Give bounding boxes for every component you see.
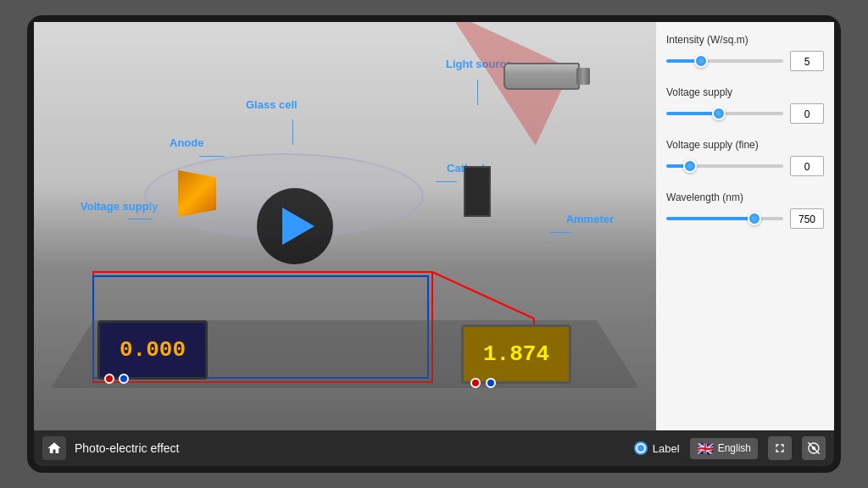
voltage-fine-slider[interactable] (666, 158, 783, 175)
connector-red-ammeter (104, 374, 114, 384)
intensity-label: Intensity (W/sq.m) (666, 34, 824, 46)
ammeter-value: 0.000 (120, 337, 186, 363)
voltage-fine-slider-row: 0 (666, 156, 824, 176)
intensity-value[interactable]: 5 (790, 51, 824, 71)
voltage-supply-slider[interactable] (666, 105, 783, 122)
settings-button[interactable] (802, 436, 826, 460)
settings-icon (807, 441, 821, 455)
app-frame: Light source Glass cell Anode Cathode Vo… (27, 15, 841, 473)
svg-line-2 (432, 272, 534, 319)
voltage-fine-label: Voltage supply (fine) (666, 139, 824, 151)
fullscreen-button[interactable] (768, 436, 792, 460)
glass-cell-label: Glass cell (246, 98, 298, 111)
control-panel: Intensity (W/sq.m) 5 Voltage supply (656, 22, 834, 430)
voltage-fine-value[interactable]: 0 (790, 156, 824, 176)
play-button[interactable] (257, 188, 333, 264)
language-button[interactable]: 🇬🇧 English (690, 438, 758, 459)
label-toggle[interactable]: Label (634, 441, 680, 455)
bottom-bar: Photo-electric effect Label 🇬🇧 English (34, 430, 834, 466)
voltage-supply-value[interactable]: 0 (790, 103, 824, 124)
anode-label: Anode (170, 136, 203, 149)
cathode-line (436, 181, 457, 182)
ammeter-line (550, 232, 571, 233)
anode-line (199, 156, 225, 157)
wavelength-slider[interactable] (666, 210, 783, 227)
wavelength-control: Wavelength (nm) 750 (666, 191, 824, 229)
label-toggle-text: Label (653, 442, 680, 455)
label-radio-inner (637, 445, 644, 452)
voltage-device: 1.874 (461, 324, 571, 384)
fullscreen-icon (773, 441, 787, 455)
label-radio[interactable] (634, 441, 648, 455)
wavelength-label: Wavelength (nm) (666, 191, 824, 203)
language-text: English (718, 442, 751, 454)
ammeter-device: 0.000 (97, 320, 208, 380)
anode (178, 170, 216, 217)
light-source-tip (576, 68, 590, 85)
wavelength-slider-row: 750 (666, 208, 824, 229)
voltage-value: 1.874 (483, 341, 549, 367)
flag-icon: 🇬🇧 (697, 441, 714, 457)
play-icon (282, 208, 314, 245)
intensity-slider-row: 5 (666, 51, 824, 71)
wavelength-thumb[interactable] (748, 212, 761, 225)
voltage-fine-control: Voltage supply (fine) 0 (666, 139, 824, 176)
home-button[interactable] (42, 436, 66, 460)
intensity-control: Intensity (W/sq.m) 5 (666, 34, 824, 71)
voltage-line (127, 219, 153, 219)
connector-blue-ammeter (119, 374, 129, 384)
wavelength-value[interactable]: 750 (790, 208, 824, 229)
simulation-area: Light source Glass cell Anode Cathode Vo… (34, 22, 656, 430)
cathode (464, 166, 491, 217)
wavelength-track (666, 217, 783, 220)
bottom-right-controls: Label 🇬🇧 English (634, 436, 826, 460)
voltage-supply-control: Voltage supply 0 (666, 86, 824, 124)
voltage-fine-thumb[interactable] (683, 159, 697, 173)
voltage-supply-slider-row: 0 (666, 103, 824, 124)
home-icon (47, 441, 62, 456)
connector-red-voltage (470, 378, 481, 388)
app-title: Photo-electric effect (75, 441, 626, 455)
intensity-slider[interactable] (666, 53, 783, 69)
voltage-supply-label-ctrl: Voltage supply (666, 86, 824, 98)
intensity-thumb[interactable] (694, 54, 708, 68)
intensity-track (666, 59, 783, 63)
main-content: Light source Glass cell Anode Cathode Vo… (34, 22, 834, 430)
light-source-body (504, 63, 580, 90)
glass-cell-line (292, 119, 293, 145)
ammeter-label: Ammeter (566, 213, 614, 225)
voltage-supply-thumb[interactable] (712, 107, 726, 120)
connector-blue-voltage (486, 378, 496, 388)
